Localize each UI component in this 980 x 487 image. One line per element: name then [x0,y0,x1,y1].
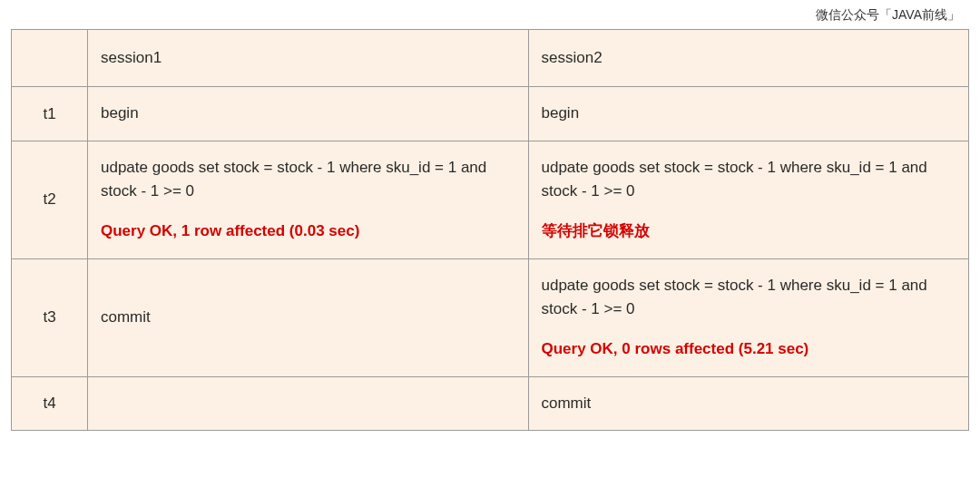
sql-text: udpate goods set stock = stock - 1 where… [542,156,956,204]
table-row: t2 udpate goods set stock = stock - 1 wh… [12,141,969,258]
time-cell-t2: t2 [12,141,88,258]
session2-cell-t3: udpate goods set stock = stock - 1 where… [528,258,969,376]
session2-cell-t1: begin [528,87,969,141]
sql-text: udpate goods set stock = stock - 1 where… [542,274,956,322]
session2-cell-t2: udpate goods set stock = stock - 1 where… [528,141,969,258]
session1-cell-t4 [88,376,529,430]
wait-text: 等待排它锁释放 [542,219,956,243]
table-row: t4 commit [12,376,969,430]
table-header-row: session1 session2 [12,30,969,87]
table-container: session1 session2 t1 begin begin t2 udpa… [0,29,980,431]
session1-cell-t2: udpate goods set stock = stock - 1 where… [88,141,529,258]
time-cell-t1: t1 [12,87,88,141]
session1-cell-t1: begin [88,87,529,141]
table-row: t1 begin begin [12,87,969,141]
session2-cell-t4: commit [528,376,969,430]
header-session2: session2 [528,30,969,87]
session1-cell-t3: commit [88,258,529,376]
session-table: session1 session2 t1 begin begin t2 udpa… [11,29,969,431]
result-text: Query OK, 1 row affected (0.03 sec) [101,219,515,243]
header-session1: session1 [88,30,529,87]
sql-text: udpate goods set stock = stock - 1 where… [101,156,515,204]
time-cell-t4: t4 [12,376,88,430]
result-text: Query OK, 0 rows affected (5.21 sec) [542,337,956,361]
watermark-text: 微信公众号「JAVA前线」 [0,0,980,29]
header-time [12,30,88,87]
table-row: t3 commit udpate goods set stock = stock… [12,258,969,376]
time-cell-t3: t3 [12,258,88,376]
